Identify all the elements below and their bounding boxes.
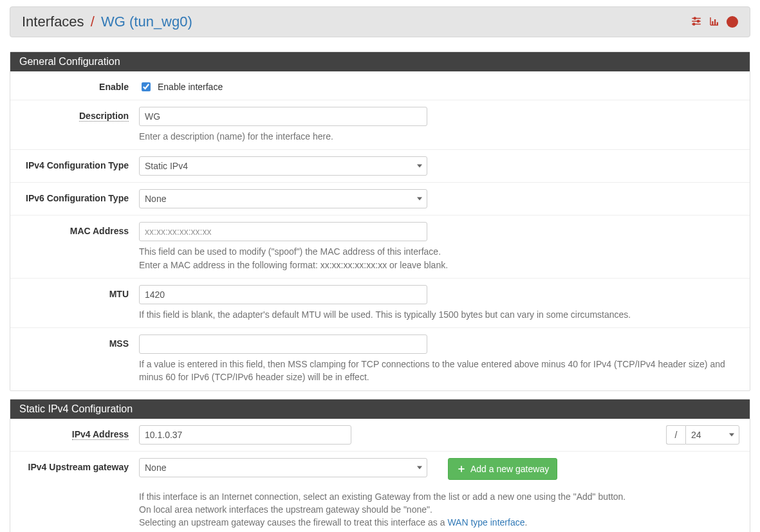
enable-interface-checkbox[interactable] <box>142 82 151 91</box>
gateway-help-1: If this interface is an Internet connect… <box>139 490 739 503</box>
chart-icon[interactable] <box>709 15 720 29</box>
wan-type-link[interactable]: WAN type interface <box>447 517 524 527</box>
description-input[interactable] <box>139 107 427 126</box>
add-gateway-label: Add a new gateway <box>470 464 549 474</box>
plus-icon <box>456 464 467 474</box>
label-enable: Enable <box>10 78 139 92</box>
svg-rect-10 <box>717 22 718 25</box>
breadcrumb-separator: / <box>88 14 97 30</box>
ipv6-config-type-select[interactable]: None <box>139 189 427 208</box>
mac-help-1: This field can be used to modify ("spoof… <box>139 245 739 258</box>
label-mac-address: MAC Address <box>10 222 139 236</box>
help-icon[interactable]: ? <box>727 16 738 28</box>
gateway-help-2: On local area network interfaces the ups… <box>139 503 739 516</box>
svg-point-5 <box>693 23 695 25</box>
ipv4-address-input[interactable] <box>139 425 351 445</box>
label-description: Description <box>10 107 139 121</box>
label-ipv4-config-type: IPv4 Configuration Type <box>10 156 139 170</box>
mac-address-input[interactable] <box>139 222 427 241</box>
svg-point-3 <box>698 20 700 22</box>
breadcrumb-current[interactable]: WG (tun_wg0) <box>101 14 192 30</box>
settings-icon[interactable] <box>690 15 702 29</box>
label-ipv4-address: IPv4 Address <box>10 425 139 439</box>
label-ipv4-upstream-gateway: IPv4 Upstream gateway <box>10 458 139 472</box>
cidr-slash: / <box>666 425 685 445</box>
panel-general-configuration: General Configuration Enable Enable inte… <box>10 51 750 391</box>
label-mtu: MTU <box>10 285 139 299</box>
breadcrumb: Interfaces / WG (tun_wg0) <box>22 14 192 30</box>
svg-point-1 <box>694 17 696 19</box>
ipv4-config-type-select[interactable]: Static IPv4 <box>139 156 427 176</box>
ipv4-gateway-select[interactable]: None <box>139 458 427 477</box>
description-help: Enter a description (name) for the inter… <box>139 130 739 143</box>
page-header: Interfaces / WG (tun_wg0) ? <box>10 6 750 37</box>
enable-interface-row[interactable]: Enable interface <box>139 78 739 93</box>
mac-help-2: Enter a MAC address in the following for… <box>139 259 739 271</box>
label-mss: MSS <box>10 335 139 349</box>
svg-rect-9 <box>714 19 716 25</box>
panel-heading-static-ipv4: Static IPv4 Configuration <box>10 399 750 419</box>
header-actions: ? <box>690 15 738 29</box>
add-gateway-button[interactable]: Add a new gateway <box>448 458 557 480</box>
mtu-input[interactable] <box>139 285 427 304</box>
panel-static-ipv4: Static IPv4 Configuration IPv4 Address /… <box>10 399 750 532</box>
gateway-help-3: Selecting an upstream gateway causes the… <box>139 516 739 529</box>
mss-input[interactable] <box>139 335 427 354</box>
gateway-help-4: Gateways can be managed by clicking here… <box>139 529 739 532</box>
mss-help: If a value is entered in this field, the… <box>139 358 739 384</box>
enable-interface-label: Enable interface <box>158 82 223 92</box>
label-ipv6-config-type: IPv6 Configuration Type <box>10 189 139 203</box>
panel-heading-general: General Configuration <box>10 52 750 71</box>
svg-rect-8 <box>712 21 713 25</box>
breadcrumb-root[interactable]: Interfaces <box>22 14 84 30</box>
mtu-help: If this field is blank, the adapter's de… <box>139 308 739 321</box>
cidr-select[interactable]: 24 <box>685 425 739 445</box>
